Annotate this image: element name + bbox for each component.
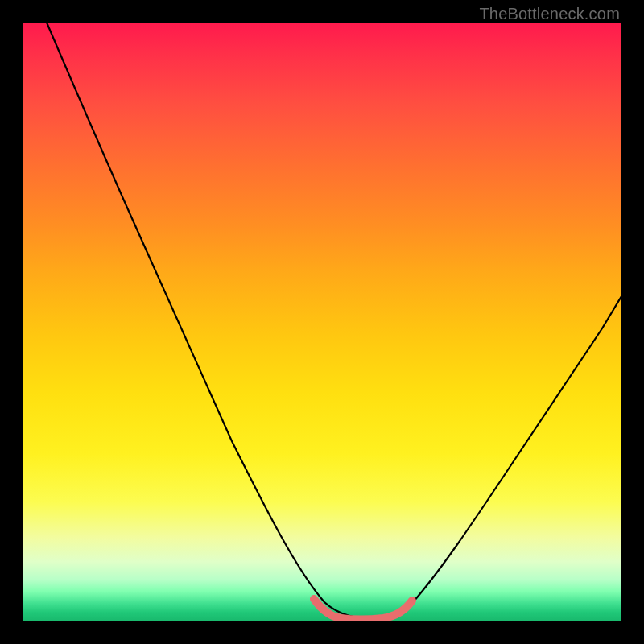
floor-band-curve	[314, 599, 412, 620]
curve-main	[47, 23, 621, 618]
chart-svg	[23, 23, 621, 621]
chart-plot-area	[23, 23, 621, 621]
watermark-text: TheBottleneck.com	[479, 5, 620, 23]
